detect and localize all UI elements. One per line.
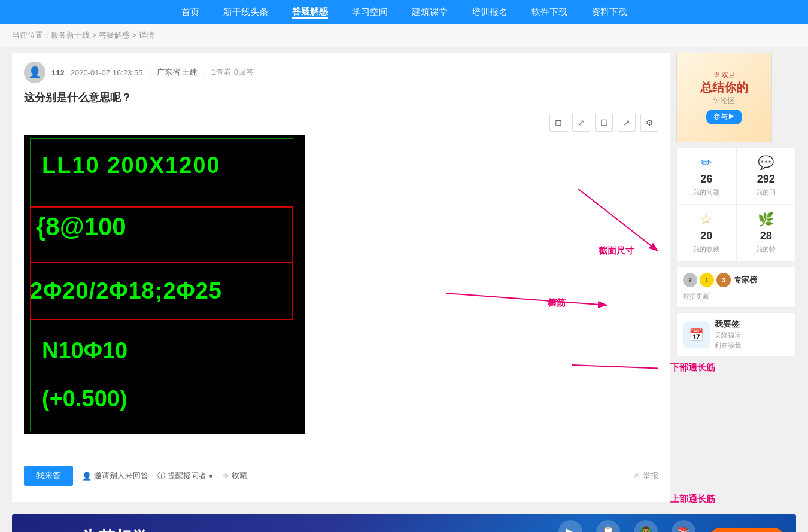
- stat-label-special: 我的特: [756, 245, 776, 254]
- edit-icon: ✏: [701, 155, 712, 171]
- banner-cta-button[interactable]: 点击了解详情: [710, 528, 784, 532]
- bottom-banner: 一级建造师 为梦相学 ▶ 免费直播 📋 历年真题 👨‍🏫 网校名师 📚 免费题库…: [12, 514, 796, 532]
- signin-desc1: 天降福运: [715, 331, 789, 340]
- expert-medals: 2 1 3: [683, 273, 731, 287]
- expert-panel: 2 1 3 专家榜 数据更新: [676, 266, 796, 308]
- star-icon: ☆: [222, 472, 229, 481]
- svg-line-1: [578, 189, 658, 251]
- cad-line1: LL10 200X1200: [42, 153, 221, 178]
- nav-item-software[interactable]: 软件下载: [531, 7, 567, 18]
- answer-button[interactable]: 我来答: [24, 466, 73, 486]
- top-navigation: 首页 新干线头条 答疑解惑 学习空间 建筑课堂 培训报名 软件下载 资料下载: [0, 0, 808, 24]
- toolbar-btn-4[interactable]: ↗: [618, 114, 636, 132]
- stat-label-favorites: 我的收藏: [693, 245, 719, 254]
- stat-num-special: 28: [760, 230, 772, 242]
- feature-4: 📚 免费题库: [669, 520, 698, 533]
- label-gui-jin: 箍筋: [548, 297, 566, 309]
- expert-title: 2 1 3 专家榜: [683, 273, 789, 287]
- feature-icon-2: 📋: [596, 520, 620, 533]
- svg-line-4: [446, 293, 607, 305]
- action-bar: 我来答 👤 邀请别人来回答 ⓘ 提醒提问者 ▾ ☆ 收藏 ⚠ 举报: [24, 458, 658, 493]
- post-datetime: 2020-01-07 16:23:55: [71, 68, 143, 77]
- toolbar-btn-3[interactable]: ☐: [595, 114, 613, 132]
- feature-2: 📋 历年真题: [594, 520, 622, 533]
- ad-btn[interactable]: 参与▶: [706, 110, 742, 124]
- report-link[interactable]: ⚠ 举报: [633, 470, 658, 481]
- nav-item-course[interactable]: 建筑课堂: [412, 7, 448, 18]
- banner-features: ▶ 免费直播 📋 历年真题 👨‍🏫 网校名师 📚 免费题库: [556, 520, 698, 533]
- stat-num-questions: 26: [700, 173, 712, 186]
- sidebar-ad[interactable]: ※ 双旦 总结你的 评论区 参与▶: [676, 53, 772, 142]
- toolbar-btn-2[interactable]: ⤢: [572, 114, 590, 132]
- chat-icon: 💬: [758, 155, 774, 171]
- signin-panel[interactable]: 📅 我要签 天降福运 利在等我: [676, 312, 796, 357]
- info-icon: ⓘ: [157, 470, 165, 481]
- cad-line4: N10Φ10: [42, 338, 127, 364]
- label-jie-mian: 截面尺寸: [599, 245, 634, 257]
- ad-sub: 评论区: [713, 96, 735, 106]
- cad-line5: (+0.500): [42, 386, 127, 412]
- main-layout: 👤 112 2020-01-07 16:23:55 | 广东省 土建 | 1查看…: [0, 47, 808, 508]
- stat-num-answers: 292: [757, 173, 775, 186]
- toolbar-btn-1[interactable]: ⊡: [549, 114, 567, 132]
- nav-item-training[interactable]: 培训报名: [472, 7, 508, 18]
- feature-1: ▶ 免费直播: [556, 520, 585, 533]
- signin-info: 我要签 天降福运 利在等我: [715, 319, 789, 350]
- breadcrumb-text: 当前位置：服务新干线 > 答疑解惑 > 详情: [12, 31, 154, 39]
- sidebar: ※ 双旦 总结你的 评论区 参与▶ ✏ 26 我的问题 💬 292 我的回 ☆ …: [676, 53, 796, 502]
- nav-item-home[interactable]: 首页: [181, 7, 199, 18]
- nav-item-resources[interactable]: 资料下载: [591, 7, 627, 18]
- content-area: 👤 112 2020-01-07 16:23:55 | 广东省 土建 | 1查看…: [12, 53, 670, 502]
- stat-my-answers[interactable]: 💬 292 我的回: [737, 148, 796, 204]
- username[interactable]: 112: [51, 68, 65, 77]
- cad-image: LL10 200X1200 {8@100 2Φ20/2Φ18;2Φ25 N10Φ…: [24, 135, 305, 434]
- medal-1: 1: [700, 273, 714, 287]
- nav-item-qa[interactable]: 答疑解惑: [292, 6, 328, 19]
- stat-num-favorites: 20: [700, 230, 712, 242]
- cad-line3: 2Φ20/2Φ18;2Φ25: [30, 278, 222, 304]
- toolbar-btn-settings[interactable]: ⚙: [640, 114, 658, 132]
- post-header: 👤 112 2020-01-07 16:23:55 | 广东省 土建 | 1查看…: [24, 62, 658, 83]
- cad-border-horizontal: [30, 138, 293, 139]
- feature-icon-3: 👨‍🏫: [634, 520, 658, 533]
- svg-line-5: [572, 365, 658, 371]
- medal-3: 3: [716, 273, 731, 287]
- report-label: 举报: [643, 471, 658, 480]
- stat-my-special[interactable]: 🌿 28 我的特: [737, 205, 796, 261]
- avatar: 👤: [24, 62, 45, 83]
- chevron-down-icon: ▾: [209, 472, 213, 481]
- collect-label: 收藏: [232, 470, 247, 481]
- collect-link[interactable]: ☆ 收藏: [222, 470, 247, 481]
- invite-link[interactable]: 👤 邀请别人来回答: [82, 470, 148, 481]
- divider: |: [148, 68, 150, 77]
- feature-icon-1: ▶: [558, 520, 582, 533]
- feature-3: 👨‍🏫 网校名师: [631, 520, 660, 533]
- label-xia-bu: 下部通长筋: [670, 362, 715, 373]
- cad-hline: [30, 262, 293, 263]
- cad-line2: {8@100: [36, 212, 126, 241]
- sidebar-stats: ✏ 26 我的问题 💬 292 我的回 ☆ 20 我的收藏 🌿 28 我的特: [676, 147, 796, 262]
- nav-item-news[interactable]: 新干线头条: [223, 7, 268, 18]
- medal-2: 2: [683, 273, 697, 287]
- label-shang-bu: 上部通长筋: [670, 494, 715, 505]
- stat-label-questions: 我的问题: [693, 188, 719, 197]
- leaf-icon: 🌿: [758, 212, 774, 227]
- remind-label: 提醒提问者: [168, 470, 206, 481]
- image-toolbar: ⊡ ⤢ ☐ ↗ ⚙: [24, 114, 658, 132]
- post-stats: 1查看 0回答: [212, 67, 254, 78]
- expert-title-text: 专家榜: [734, 275, 757, 285]
- expert-note: 数据更新: [683, 292, 789, 301]
- post-location: 广东省 土建: [157, 67, 198, 78]
- stat-my-questions[interactable]: ✏ 26 我的问题: [677, 148, 736, 204]
- banner-main-text: 为梦相学: [81, 527, 148, 532]
- stat-my-favorites[interactable]: ☆ 20 我的收藏: [677, 205, 736, 261]
- feature-icon-4: 📚: [672, 520, 695, 533]
- remind-link[interactable]: ⓘ 提醒提问者 ▾: [157, 470, 213, 481]
- person-icon: 👤: [82, 472, 92, 481]
- breadcrumb: 当前位置：服务新干线 > 答疑解惑 > 详情: [0, 24, 808, 47]
- ad-text-1: ※ 双旦: [713, 71, 735, 80]
- signin-title: 我要签: [715, 319, 789, 330]
- calendar-icon: 📅: [683, 321, 710, 348]
- nav-item-space[interactable]: 学习空间: [352, 7, 388, 18]
- invite-label: 邀请别人来回答: [94, 470, 148, 481]
